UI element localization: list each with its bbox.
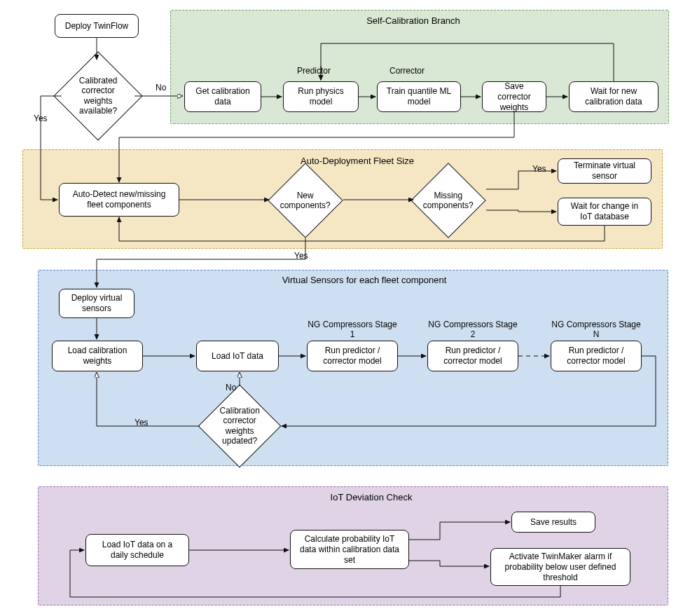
node-terminate-vs: Terminate virtual sensor (558, 158, 651, 184)
label-no-top: No (156, 83, 166, 93)
title-auto-deploy: Auto-Deployment Fleet Size (273, 156, 441, 166)
title-iot-deviation: IoT Deviation Check (301, 492, 441, 502)
node-wait-change: Wait for change in IoT database (558, 198, 651, 226)
label-yes-miss: Yes (532, 164, 546, 174)
label-yes-calup: Yes (134, 418, 149, 427)
label-stage1: NG Compressors Stage 1 (307, 320, 398, 339)
node-decision-cal-updated-label: Calibration corrector weights updated? (211, 406, 268, 446)
node-decision-calibrated: Calibrated corrector weights available? (53, 51, 142, 140)
node-save-results: Save results (511, 512, 595, 533)
node-stageN: Run predictor / corrector model (551, 341, 642, 371)
node-stage2: Run predictor / corrector model (427, 341, 518, 371)
node-alarm: Activate TwinMaker alarm if probability … (490, 548, 630, 586)
label-no-calup: No (226, 383, 236, 392)
node-calc-probability: Calculate probability IoT data within ca… (290, 530, 409, 569)
node-decision-missing-comp-label: Missing components? (422, 191, 474, 211)
node-run-physics: Run physics model (283, 81, 359, 112)
label-corrector: Corrector (389, 66, 425, 76)
node-decision-calibrated-label: Calibrated corrector weights available? (67, 76, 129, 116)
node-save-weights: Save corrector weights (482, 81, 546, 112)
title-self-calibration: Self-Calibration Branch (329, 15, 497, 26)
label-stageN: NG Compressors Stage N (551, 320, 642, 339)
label-yes-new: Yes (294, 251, 308, 261)
node-decision-new-comp-label: New components? (280, 191, 331, 211)
node-wait-calibration: Wait for new calibration data (569, 81, 658, 112)
node-load-iot: Load IoT data (196, 341, 279, 371)
title-virtual-sensors: Virtual Sensors for each fleet component (245, 275, 483, 285)
node-train-ml: Train quantile ML model (377, 81, 461, 112)
label-yes-top: Yes (34, 114, 48, 123)
node-get-calibration: Get calibration data (184, 81, 261, 112)
label-stage2: NG Compressors Stage 2 (427, 320, 518, 339)
node-deploy-twinflow: Deploy TwinFlow (55, 14, 139, 38)
node-stage1: Run predictor / corrector model (307, 341, 398, 371)
node-load-iot-daily: Load IoT data on a daily schedule (85, 534, 189, 566)
node-load-cal-weights: Load calibration weights (52, 341, 143, 371)
node-deploy-virtual-sensors: Deploy virtual sensors (59, 289, 134, 318)
label-predictor: Predictor (297, 66, 331, 76)
node-auto-detect: Auto-Detect new/missing fleet components (59, 183, 179, 217)
